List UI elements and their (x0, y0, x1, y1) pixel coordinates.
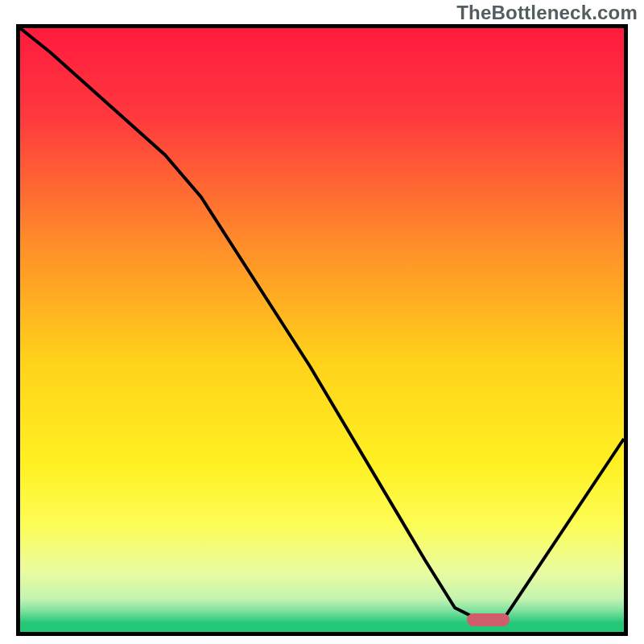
bottleneck-curve (20, 28, 624, 632)
optimal-range-marker (467, 613, 510, 626)
watermark-text: TheBottleneck.com (456, 2, 638, 24)
plot-area (16, 24, 628, 636)
chart-container: TheBottleneck.com (0, 0, 644, 644)
